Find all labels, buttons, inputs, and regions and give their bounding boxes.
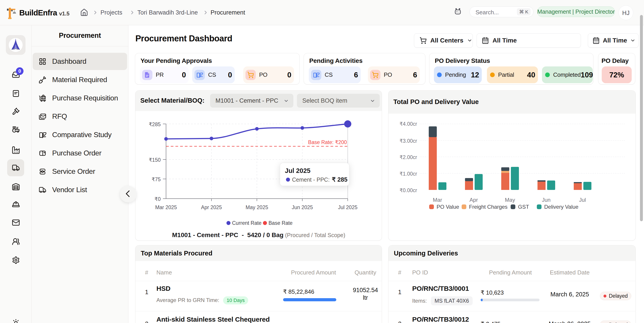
svg-text:Jul 2025: Jul 2025 — [338, 204, 358, 210]
svg-text:Cement - PPC:: Cement - PPC: — [292, 176, 330, 183]
svg-text:Jun 2025: Jun 2025 — [292, 204, 313, 210]
svg-text:Apr 2025: Apr 2025 — [201, 204, 222, 210]
svg-text:May 2025: May 2025 — [246, 204, 268, 210]
svg-text:GST: GST — [518, 204, 529, 210]
svg-text:Jun: Jun — [542, 197, 551, 203]
svg-text:₹2.00cr: ₹2.00cr — [400, 154, 417, 160]
svg-text:₹0.00cr: ₹0.00cr — [400, 188, 417, 193]
svg-text:₹285: ₹285 — [149, 122, 161, 127]
svg-text:Base Rate: ₹200: Base Rate: ₹200 — [308, 139, 347, 145]
svg-text:Current Rate: Current Rate — [232, 220, 262, 226]
svg-text:May: May — [505, 197, 515, 203]
svg-text:₹150: ₹150 — [149, 157, 161, 163]
svg-text:PO Value: PO Value — [436, 204, 459, 210]
svg-text:Apr: Apr — [470, 197, 478, 203]
svg-text:M1001 - Cement - PPC - 5420: M1001 - Cement - PPC - 5420 / 0 Bag (Pro… — [172, 232, 345, 238]
svg-text:Freight Charges: Freight Charges — [469, 204, 508, 210]
svg-text:₹ 285: ₹ 285 — [332, 176, 348, 183]
svg-text:₹3.00cr: ₹3.00cr — [400, 138, 417, 144]
svg-text:Mar 2025: Mar 2025 — [155, 204, 177, 210]
svg-text:Delivery Value: Delivery Value — [544, 204, 578, 210]
svg-text:Jul 2025: Jul 2025 — [285, 167, 310, 174]
svg-text:Mar: Mar — [433, 197, 442, 203]
svg-text:₹0: ₹0 — [154, 196, 161, 202]
svg-text:₹4.00cr: ₹4.00cr — [400, 121, 417, 127]
svg-text:₹75: ₹75 — [152, 176, 161, 182]
svg-text:Jul: Jul — [579, 197, 586, 203]
svg-text:Base Rate: Base Rate — [268, 220, 292, 226]
svg-text:₹1.00cr: ₹1.00cr — [400, 171, 417, 177]
